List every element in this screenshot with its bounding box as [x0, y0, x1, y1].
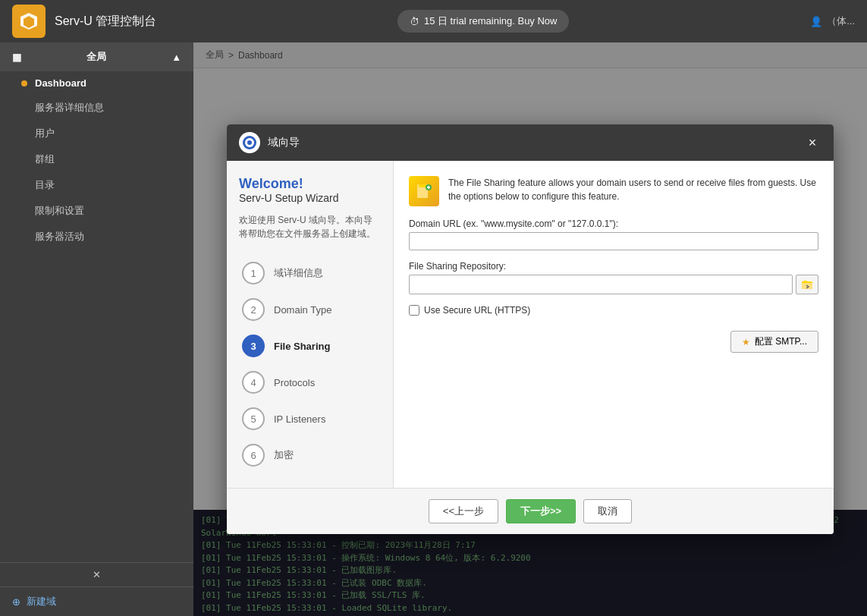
modal-body: Welcome! Serv-U Setup Wizard 欢迎使用 Serv-U… — [227, 161, 834, 488]
sidebar-item-label: Dashboard — [35, 77, 86, 89]
repo-label: File Sharing Repository: — [409, 261, 818, 272]
modal-right-panel: The File Sharing feature allows your dom… — [394, 161, 834, 488]
trial-banner[interactable]: ⏱ 15 日 trial remaining. Buy Now — [397, 10, 570, 33]
svg-rect-10 — [803, 281, 807, 283]
sidebar-section-collapse[interactable]: ✕ — [0, 562, 193, 586]
repo-group: File Sharing Repository: — [409, 261, 818, 294]
sidebar-nav: Dashboard 服务器详细信息 用户 群组 目录 限制和设置 — [0, 71, 193, 562]
sidebar-item-activity[interactable]: 服务器活动 — [0, 224, 193, 250]
clock-icon: ⏱ — [410, 16, 419, 27]
repo-input-row — [409, 275, 818, 294]
sidebar-item-label: 用户 — [35, 127, 55, 140]
user-label: （体... — [827, 14, 855, 28]
step-label-2: Domain Type — [274, 304, 331, 316]
domain-url-group: Domain URL (ex. "www.mysite.com" or "127… — [409, 218, 818, 250]
step-circle-2: 2 — [242, 298, 265, 321]
use-https-checkbox[interactable] — [409, 305, 419, 316]
step-circle-1: 1 — [242, 262, 265, 284]
step-circle-3: 3 — [242, 335, 265, 357]
sidebar-item-label: 限制和设置 — [35, 204, 84, 218]
sidebar-item-groups[interactable]: 群组 — [0, 146, 193, 172]
sidebar-section-icon: ▦ — [12, 52, 21, 63]
wizard-step-1[interactable]: 1 域详细信息 — [239, 256, 381, 291]
sidebar-item-label: 服务器活动 — [35, 230, 84, 244]
app-title: Serv-U 管理控制台 — [55, 14, 156, 30]
new-domain-label: 新建域 — [27, 595, 56, 608]
topbar: Serv-U 管理控制台 ⏱ 15 日 trial remaining. Buy… — [0, 0, 867, 42]
modal-left-panel: Welcome! Serv-U Setup Wizard 欢迎使用 Serv-U… — [227, 161, 394, 488]
smtp-row: ★ 配置 SMTP... — [409, 331, 818, 353]
smtp-btn-label: 配置 SMTP... — [755, 335, 807, 348]
svg-point-4 — [247, 140, 252, 145]
sidebar-item-users[interactable]: 用户 — [0, 121, 193, 146]
star-icon: ★ — [742, 337, 750, 347]
modal-title: 域向导 — [268, 136, 300, 149]
active-dot — [21, 80, 27, 86]
file-share-icon — [409, 176, 439, 206]
sidebar-item-directory[interactable]: 目录 — [0, 172, 193, 198]
file-share-intro-text: The File Sharing feature allows your dom… — [448, 176, 818, 203]
wizard-steps: 1 域详细信息 2 Domain Type 3 File Sharing — [239, 256, 381, 473]
modal-header-left: 域向导 — [239, 132, 300, 153]
step-circle-4: 4 — [242, 371, 265, 394]
wizard-step-4[interactable]: 4 Protocols — [239, 365, 381, 400]
sidebar: ▦ 全局 ▲ Dashboard 服务器详细信息 用户 群组 — [0, 42, 193, 616]
step-circle-5: 5 — [242, 407, 265, 430]
user-menu[interactable]: 👤 （体... — [810, 14, 855, 28]
sidebar-item-label: 目录 — [35, 178, 55, 192]
modal-header: 域向导 × — [227, 124, 834, 161]
user-icon: 👤 — [810, 16, 822, 27]
sidebar-item-server-details[interactable]: 服务器详细信息 — [0, 95, 193, 121]
new-domain-button[interactable]: ⊕ 新建域 — [0, 586, 193, 616]
sidebar-section-header[interactable]: ▦ 全局 ▲ — [0, 42, 193, 71]
wizard-step-6[interactable]: 6 加密 — [239, 438, 381, 473]
sidebar-item-label: 群组 — [35, 152, 55, 166]
plus-icon: ⊕ — [12, 596, 20, 608]
wizard-modal: 域向导 × Welcome! Serv-U Setup Wizard 欢迎使用 … — [227, 124, 834, 534]
sidebar-item-label: 服务器详细信息 — [35, 101, 104, 115]
next-button[interactable]: 下一步>> — [506, 499, 576, 523]
file-share-intro: The File Sharing feature allows your dom… — [409, 176, 818, 206]
welcome-title: Welcome! — [239, 176, 381, 192]
svg-rect-6 — [419, 184, 426, 187]
wizard-step-3[interactable]: 3 File Sharing — [239, 328, 381, 363]
modal-overlay: 域向导 × Welcome! Serv-U Setup Wizard 欢迎使用 … — [193, 42, 867, 616]
configure-smtp-button[interactable]: ★ 配置 SMTP... — [730, 331, 818, 353]
sidebar-item-dashboard[interactable]: Dashboard — [0, 71, 193, 95]
sidebar-collapse-arrow[interactable]: ▲ — [171, 52, 181, 63]
browse-button[interactable] — [796, 275, 818, 294]
wizard-step-5[interactable]: 5 IP Listeners — [239, 401, 381, 436]
repo-input[interactable] — [409, 275, 793, 294]
step-circle-6: 6 — [242, 444, 265, 467]
main-content-area: 全局 > Dashboard [01] Tue 11Feb25 15:33:01… — [193, 42, 867, 616]
step-label-3: File Sharing — [274, 341, 330, 352]
cancel-button[interactable]: 取消 — [583, 499, 632, 523]
app-logo — [12, 5, 46, 38]
step-label-5: IP Listeners — [274, 413, 325, 425]
sidebar-section-label: 全局 — [86, 50, 106, 64]
step-label-6: 加密 — [274, 448, 294, 462]
welcome-text: 欢迎使用 Serv-U 域向导。本向导将帮助您在文件服务器上创建域。 — [239, 213, 381, 240]
trial-text: 15 日 trial remaining. Buy Now — [424, 14, 558, 28]
https-checkbox-row: Use Secure URL (HTTPS) — [409, 305, 818, 316]
modal-close-button[interactable]: × — [803, 134, 821, 152]
domain-url-label: Domain URL (ex. "www.mysite.com" or "127… — [409, 218, 818, 229]
domain-url-input[interactable] — [409, 232, 818, 250]
modal-logo — [239, 132, 260, 153]
use-https-label: Use Secure URL (HTTPS) — [424, 305, 530, 316]
step-label-1: 域详细信息 — [274, 266, 323, 280]
prev-button[interactable]: <<上一步 — [429, 499, 498, 523]
collapse-arrow-icon: ✕ — [93, 569, 101, 580]
wizard-step-2[interactable]: 2 Domain Type — [239, 292, 381, 327]
modal-footer: <<上一步 下一步>> 取消 — [227, 488, 834, 534]
sidebar-item-limits[interactable]: 限制和设置 — [0, 198, 193, 224]
step-label-4: Protocols — [274, 377, 315, 388]
welcome-subtitle: Serv-U Setup Wizard — [239, 192, 381, 204]
